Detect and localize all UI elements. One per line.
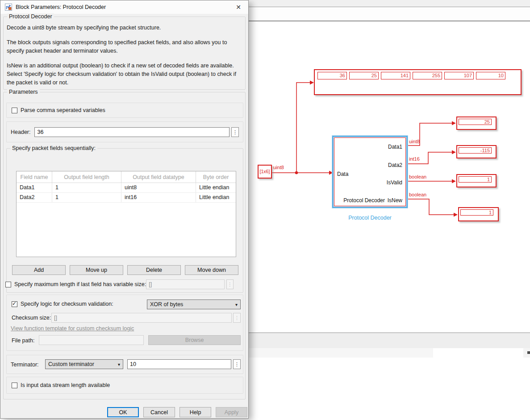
block-inner-name: Protocol Decoder: [343, 197, 385, 204]
display-block-data2[interactable]: -115: [456, 145, 497, 158]
description-group-legend: Protocol Decoder: [7, 13, 54, 20]
column-header[interactable]: Output field datatype: [121, 171, 196, 183]
browse-button: Browse: [148, 335, 241, 345]
checksum-logic-value: XOR of bytes: [150, 301, 234, 308]
table-row[interactable]: Data2 1 int16 Little endian: [17, 193, 236, 203]
checksum-size-label: Checksum size:: [12, 315, 51, 321]
parse-csv-label: Parse comma seperated variables: [21, 107, 105, 113]
port-isnew-out: IsNew: [388, 197, 402, 204]
arrowhead: [310, 81, 314, 85]
arrowhead: [452, 150, 456, 154]
ellipsis-icon: ⋮: [227, 282, 232, 287]
checksum-logic-label: Specify logic for checksum validation:: [21, 301, 113, 307]
stream-length-panel: Is input data stream length available: [6, 377, 243, 394]
header-edit-button[interactable]: ⋮: [231, 127, 239, 137]
signal-label-int16: int16: [409, 156, 420, 162]
move-up-button[interactable]: Move up: [70, 265, 123, 275]
packet-fields-legend: Specify packet fields sequentially:: [10, 145, 97, 151]
max-length-checkbox[interactable]: [5, 282, 11, 287]
move-down-button[interactable]: Move down: [185, 265, 238, 275]
source-block-1x6[interactable]: [1x6]: [258, 165, 272, 179]
column-header[interactable]: Byte order: [196, 171, 236, 183]
arrowhead: [454, 213, 458, 217]
signal-label-boolean: boolean: [409, 192, 426, 197]
block-name-label[interactable]: Protocol Decoder: [332, 215, 408, 221]
display-cell: 10: [476, 72, 505, 79]
arrowhead: [452, 121, 456, 125]
display-cell: 107: [444, 72, 474, 79]
signal-label-uint8: uint8: [409, 139, 420, 144]
help-button[interactable]: Help: [179, 407, 211, 417]
display-block-packet[interactable]: 36 25 141 255 107 10: [314, 69, 522, 95]
apply-button: Apply: [216, 407, 247, 417]
add-button[interactable]: Add: [12, 265, 66, 275]
parameters-group-legend: Parameters: [7, 89, 40, 95]
cell-field-name[interactable]: Data1: [17, 183, 52, 192]
checksum-validation-checkbox[interactable]: ✓: [12, 301, 17, 307]
checksum-panel: ✓ Specify logic for checksum validation:…: [6, 295, 243, 351]
column-header[interactable]: Output field length: [52, 171, 121, 183]
description-paragraph: IsNew is an additional output (boolean) …: [7, 62, 243, 87]
wire-branch-to-top-display: [296, 83, 310, 173]
check-icon: ✓: [12, 300, 17, 307]
cell-field-name[interactable]: Data2: [17, 193, 52, 202]
wire-junction-dot: [295, 171, 298, 174]
chevron-down-icon: ▾: [235, 302, 238, 307]
close-icon[interactable]: ✕: [234, 3, 243, 11]
parse-csv-checkbox[interactable]: [12, 108, 17, 113]
block-parameters-dialog: Block Parameters: Protocol Decoder ✕ Pro…: [0, 0, 249, 419]
description-paragraph: The block outputs signals corresponding …: [7, 38, 243, 55]
wire-isnew: [408, 199, 454, 215]
cell-byte-order[interactable]: Little endian: [196, 183, 236, 192]
display-value: -115: [459, 147, 492, 154]
table-buttons-row: Add Move up Delete Move down: [12, 265, 238, 275]
cell-field-datatype[interactable]: uint8: [121, 183, 196, 192]
terminator-input[interactable]: [127, 359, 231, 369]
checksum-template-link[interactable]: View function template for custom checks…: [11, 325, 134, 332]
cell-field-length[interactable]: 1: [52, 193, 121, 202]
ellipsis-icon: ⋮: [233, 129, 238, 135]
display-block-isvalid[interactable]: 1: [456, 174, 497, 187]
port-data-in: Data: [337, 171, 348, 177]
description-paragraph: Decode a uint8 byte stream by specifying…: [7, 24, 243, 32]
ellipsis-icon: ⋮: [234, 315, 239, 320]
signal-label-uint8: uint8: [273, 165, 284, 170]
port-data2-out: Data2: [388, 162, 402, 168]
terminator-mode-dropdown[interactable]: Custom terminator ▾: [45, 359, 123, 369]
protocol-decoder-block[interactable]: Data Data1 Data2 IsValid Protocol Decode…: [332, 136, 408, 208]
cell-field-datatype[interactable]: int16: [121, 193, 196, 202]
ok-button[interactable]: OK: [107, 407, 139, 417]
display-cell: 36: [317, 72, 347, 79]
file-path-label: File path:: [12, 337, 34, 344]
table-row[interactable]: Data1 1 uint8 Little endian: [17, 183, 236, 193]
display-block-isnew[interactable]: 1: [458, 207, 499, 221]
max-length-input: [146, 279, 224, 289]
file-path-input: [39, 335, 144, 345]
cancel-button[interactable]: Cancel: [143, 407, 175, 417]
ellipsis-icon: ⋮: [234, 362, 239, 367]
column-header[interactable]: Field name: [17, 171, 52, 183]
header-input[interactable]: [34, 127, 230, 137]
dialog-title: Block Parameters: Protocol Decoder: [16, 4, 106, 10]
checksum-size-edit-button: ⋮: [233, 313, 241, 323]
display-block-data1[interactable]: 25: [456, 116, 497, 130]
parse-csv-panel: Parse comma seperated variables: [6, 103, 243, 118]
block-description: Decode a uint8 byte stream by specifying…: [7, 24, 243, 93]
chevron-down-icon: ▾: [118, 362, 120, 367]
display-cell: 25: [349, 72, 379, 79]
block-parameters-icon: [5, 4, 12, 11]
terminator-edit-button[interactable]: ⋮: [233, 359, 241, 369]
delete-button[interactable]: Delete: [127, 265, 181, 275]
packet-fields-table[interactable]: Field name Output field length Output fi…: [16, 171, 236, 257]
checksum-logic-dropdown[interactable]: XOR of bytes ▾: [147, 299, 241, 309]
cell-field-length[interactable]: 1: [52, 183, 121, 192]
dialog-titlebar[interactable]: Block Parameters: Protocol Decoder ✕: [0, 0, 248, 14]
checksum-size-input: [51, 313, 232, 323]
display-value: 25: [459, 119, 492, 125]
port-isvalid-out: IsValid: [387, 179, 402, 186]
terminator-panel: Terminator: Custom terminator ▾ ⋮: [6, 355, 243, 374]
cell-byte-order[interactable]: Little endian: [196, 193, 236, 202]
stream-length-checkbox[interactable]: [12, 383, 17, 388]
header-label: Header:: [11, 129, 30, 135]
display-value: 1: [459, 176, 492, 183]
